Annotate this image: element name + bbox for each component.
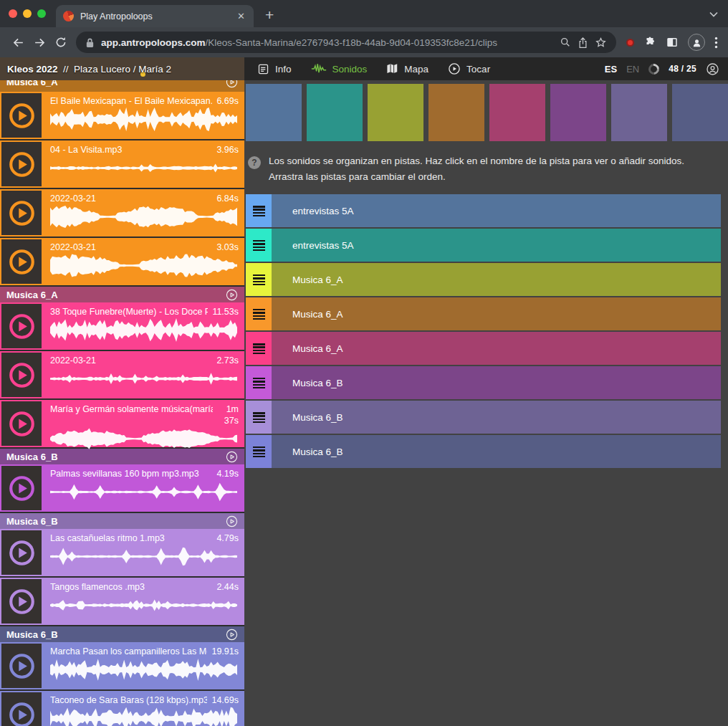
section-play-icon[interactable] — [226, 515, 238, 527]
track-drag-handle[interactable] — [246, 401, 272, 434]
side-panel-icon[interactable] — [666, 36, 679, 49]
track-bar[interactable]: Musica 6_A — [272, 332, 721, 365]
track-drag-handle[interactable] — [246, 229, 272, 262]
clip-play-button[interactable] — [1, 579, 42, 624]
clip-row[interactable]: Taconeo de Sara Baras (128 kbps).mp314.6… — [0, 691, 244, 726]
track-swatch[interactable] — [611, 84, 667, 141]
track-row[interactable]: Musica 6_B — [246, 366, 721, 399]
clip-play-button[interactable] — [1, 142, 42, 186]
tab-close-icon[interactable]: ✕ — [236, 11, 246, 22]
lang-en-button[interactable]: EN — [626, 64, 639, 75]
track-bar[interactable]: entrevistas 5A — [272, 194, 721, 227]
clip-row[interactable]: 2022-03-212.73s — [0, 351, 244, 398]
clip-row[interactable]: 04 - La Visita.mp33.96s — [0, 140, 244, 188]
record-extension-icon[interactable] — [626, 39, 634, 47]
track-swatch[interactable] — [246, 84, 302, 141]
clip-row[interactable]: 2022-03-213.03s — [0, 238, 244, 285]
reload-button[interactable] — [50, 32, 72, 53]
track-row[interactable]: Musica 6_B — [246, 435, 721, 468]
clip-play-button[interactable] — [1, 401, 42, 446]
clip-row[interactable]: Palmas sevillanas 160 bpm mp3.mp34.19s — [0, 464, 244, 512]
clip-play-button[interactable] — [1, 93, 42, 138]
clip-waveform — [50, 108, 239, 131]
track-bar[interactable]: Musica 6_B — [272, 401, 721, 434]
track-section-header[interactable]: Musica 6_A — [0, 80, 244, 92]
bookmark-star-icon[interactable] — [595, 37, 607, 49]
nav-mapa[interactable]: Mapa — [386, 63, 428, 75]
track-drag-handle[interactable] — [246, 194, 272, 227]
track-bar[interactable]: Musica 6_A — [272, 263, 721, 296]
clip-row[interactable]: Las castañuelas ritmo 1.mp34.79s — [0, 529, 244, 576]
section-play-icon[interactable] — [226, 629, 238, 641]
clip-body: María y Germán solamente música(maría 2.… — [43, 400, 244, 447]
track-section-header[interactable]: Musica 6_B — [0, 626, 244, 642]
new-tab-button[interactable]: + — [265, 6, 274, 24]
track-section-header[interactable]: Musica 6_A — [0, 287, 244, 302]
track-swatch[interactable] — [550, 84, 606, 141]
nav-info[interactable]: Info — [257, 63, 292, 75]
track-drag-handle[interactable] — [246, 297, 272, 330]
clip-row[interactable]: María y Germán solamente música(maría 2.… — [0, 400, 244, 447]
track-row[interactable]: Musica 6_B — [246, 401, 721, 434]
track-swatch[interactable] — [489, 84, 545, 141]
clip-row[interactable]: El Baile Mexicapan - El Baile Mexicapan.… — [0, 92, 244, 139]
clip-play-button[interactable] — [1, 530, 42, 575]
clip-play-button[interactable] — [1, 644, 42, 688]
browser-toolbar: app.antropoloops.com/Kleos-Santa-Marina/… — [0, 27, 728, 57]
track-row[interactable]: entrevistas 5A — [246, 229, 721, 262]
clip-info: Taconeo de Sara Baras (128 kbps).mp314.6… — [50, 694, 239, 706]
nav-sonidos[interactable]: Sonidos — [311, 63, 368, 75]
track-swatch[interactable] — [368, 84, 423, 141]
track-row[interactable]: Musica 6_A — [246, 297, 721, 330]
breadcrumb[interactable]: Kleos 2022 // Plaza Lucero / María 2 — [0, 64, 244, 75]
lang-es-button[interactable]: ES — [605, 64, 617, 75]
clip-name: 38 Toque Funebre(Muerte) - Los Doce Par.… — [50, 306, 208, 317]
track-bar[interactable]: Musica 6_B — [272, 435, 721, 468]
zoom-window-button[interactable] — [37, 9, 46, 18]
track-swatch[interactable] — [428, 84, 484, 141]
clip-row[interactable]: 2022-03-216.84s — [0, 189, 244, 237]
account-icon[interactable] — [706, 62, 719, 76]
url-bar[interactable]: app.antropoloops.com/Kleos-Santa-Marina/… — [76, 32, 616, 53]
clip-play-button[interactable] — [1, 191, 42, 235]
back-button[interactable] — [7, 32, 29, 53]
track-section-header[interactable]: Musica 6_B — [0, 513, 244, 529]
clip-row[interactable]: 38 Toque Funebre(Muerte) - Los Doce Par.… — [0, 302, 244, 350]
track-drag-handle[interactable] — [246, 263, 272, 296]
magnifier-icon[interactable] — [560, 37, 571, 48]
clip-play-button[interactable] — [1, 353, 42, 397]
track-bar[interactable]: entrevistas 5A — [272, 229, 721, 262]
track-row[interactable]: Musica 6_A — [246, 263, 721, 296]
track-swatch[interactable] — [307, 84, 363, 141]
section-play-icon[interactable] — [226, 289, 238, 301]
clip-row[interactable]: Marcha Pasan los campanilleros Las Mejor… — [0, 642, 244, 689]
track-swatch[interactable] — [672, 84, 728, 141]
extensions-puzzle-icon[interactable] — [643, 36, 656, 49]
clip-play-button[interactable] — [1, 692, 42, 726]
track-row[interactable]: Musica 6_A — [246, 332, 721, 365]
tab-search-chevron-icon[interactable] — [709, 7, 718, 20]
nav-tocar[interactable]: Tocar — [448, 62, 490, 75]
track-drag-handle[interactable] — [246, 366, 272, 399]
close-window-button[interactable] — [9, 9, 17, 18]
clip-play-button[interactable] — [1, 304, 42, 348]
track-bar[interactable]: Musica 6_A — [272, 297, 721, 330]
track-section-header[interactable]: Musica 6_B — [0, 449, 244, 464]
track-drag-handle[interactable] — [246, 332, 272, 365]
forward-button[interactable] — [29, 32, 50, 53]
browser-tab[interactable]: Play Antropoloops ✕ — [56, 5, 254, 27]
section-play-icon[interactable] — [226, 451, 238, 463]
profile-avatar[interactable] — [688, 34, 705, 51]
share-icon[interactable] — [578, 37, 588, 49]
track-row[interactable]: entrevistas 5A — [246, 194, 721, 227]
menu-kebab-icon[interactable] — [714, 37, 718, 49]
track-bar[interactable]: Musica 6_B — [272, 366, 721, 399]
clip-waveform — [50, 545, 239, 568]
minimize-window-button[interactable] — [23, 9, 32, 18]
section-play-icon[interactable] — [226, 80, 238, 88]
clip-row[interactable]: Tangos flamencos .mp32.44s — [0, 578, 244, 625]
clip-play-button[interactable] — [1, 466, 42, 510]
clip-play-button[interactable] — [1, 239, 42, 284]
app-header: Kleos 2022 // Plaza Lucero / María 2 Inf… — [0, 57, 728, 80]
track-drag-handle[interactable] — [246, 435, 272, 468]
